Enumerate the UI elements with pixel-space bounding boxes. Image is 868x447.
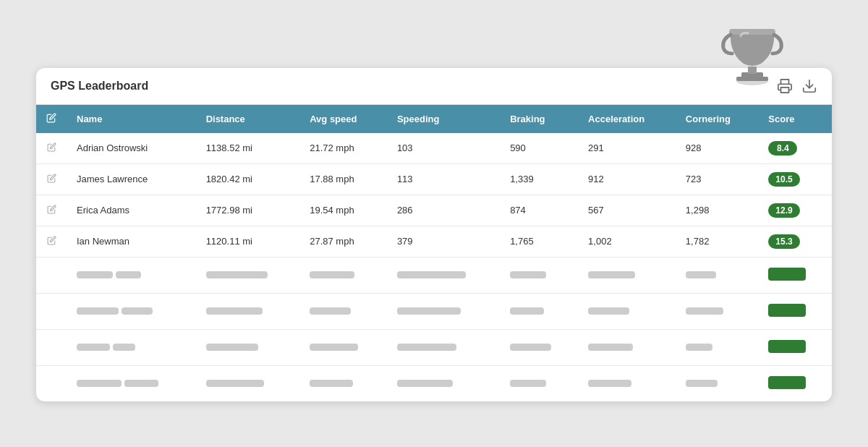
table-row: Ian Newman 1120.11 mi 27.87 mph 379 1,76…: [36, 226, 832, 257]
row-cornering: 1,782: [676, 226, 758, 257]
skeleton-name-cell: [67, 329, 196, 365]
col-speeding: Speeding: [387, 105, 500, 133]
row-avg-speed: 17.88 mph: [299, 163, 387, 195]
skeleton-speeding-cell: [387, 293, 500, 329]
skeleton-name-cell: [67, 257, 196, 293]
leaderboard-table: Name Distance Avg speed Speeding Braking…: [36, 105, 832, 401]
skeleton-avg-speed-cell: [299, 257, 387, 293]
row-score: 12.9: [758, 195, 832, 226]
skeleton-name-cell: [67, 365, 196, 401]
row-distance: 1820.42 mi: [196, 163, 300, 195]
page-wrapper: GPS Leaderboard: [36, 68, 832, 401]
row-acceleration: 567: [578, 195, 676, 226]
table-body: Adrian Ostrowski 1138.52 mi 21.72 mph 10…: [36, 133, 832, 401]
row-avg-speed: 21.72 mph: [299, 133, 387, 164]
skeleton-cornering-cell: [676, 293, 758, 329]
skeleton-score-cell: [758, 257, 832, 293]
skeleton-avg-speed-cell: [299, 365, 387, 401]
row-distance: 1138.52 mi: [196, 133, 300, 164]
table-row: James Lawrence 1820.42 mi 17.88 mph 113 …: [36, 163, 832, 195]
col-distance: Distance: [196, 105, 300, 133]
card-header: GPS Leaderboard: [36, 68, 832, 105]
table-header-row: Name Distance Avg speed Speeding Braking…: [36, 105, 832, 133]
skeleton-acceleration-cell: [578, 329, 676, 365]
col-braking: Braking: [500, 105, 578, 133]
skeleton-speeding-cell: [387, 365, 500, 401]
col-avg-speed: Avg speed: [299, 105, 387, 133]
row-edit[interactable]: [36, 133, 67, 164]
table-row: Adrian Ostrowski 1138.52 mi 21.72 mph 10…: [36, 133, 832, 164]
row-name: James Lawrence: [67, 163, 196, 195]
skeleton-cornering-cell: [676, 329, 758, 365]
row-braking: 590: [500, 133, 578, 164]
row-cornering: 1,298: [676, 195, 758, 226]
skeleton-score-cell: [758, 365, 832, 401]
row-speeding: 286: [387, 195, 500, 226]
table-row: Erica Adams 1772.98 mi 19.54 mph 286 874…: [36, 195, 832, 226]
svg-rect-2: [736, 77, 768, 81]
skeleton-distance-cell: [196, 365, 300, 401]
row-score: 15.3: [758, 226, 832, 257]
skeleton-cornering-cell: [676, 365, 758, 401]
svg-rect-4: [729, 29, 775, 35]
trophy-icon: [716, 17, 788, 90]
row-edit[interactable]: [36, 226, 67, 257]
col-cornering: Cornering: [676, 105, 758, 133]
skeleton-edit-cell: [36, 365, 67, 401]
skeleton-edit-cell: [36, 293, 67, 329]
row-acceleration: 291: [578, 133, 676, 164]
row-acceleration: 912: [578, 163, 676, 195]
skeleton-distance-cell: [196, 257, 300, 293]
skeleton-acceleration-cell: [578, 257, 676, 293]
skeleton-speeding-cell: [387, 329, 500, 365]
row-name: Adrian Ostrowski: [67, 133, 196, 164]
skeleton-cornering-cell: [676, 257, 758, 293]
row-avg-speed: 19.54 mph: [299, 195, 387, 226]
row-distance: 1120.11 mi: [196, 226, 300, 257]
skeleton-distance-cell: [196, 329, 300, 365]
row-edit[interactable]: [36, 195, 67, 226]
leaderboard-card: GPS Leaderboard: [36, 68, 832, 401]
row-speeding: 113: [387, 163, 500, 195]
row-edit[interactable]: [36, 163, 67, 195]
row-cornering: 928: [676, 133, 758, 164]
skeleton-avg-speed-cell: [299, 329, 387, 365]
skeleton-edit-cell: [36, 257, 67, 293]
skeleton-speeding-cell: [387, 257, 500, 293]
row-name: Ian Newman: [67, 226, 196, 257]
skeleton-acceleration-cell: [578, 365, 676, 401]
row-speeding: 379: [387, 226, 500, 257]
row-score: 8.4: [758, 133, 832, 164]
skeleton-edit-cell: [36, 329, 67, 365]
col-name: Name: [67, 105, 196, 133]
col-edit: [36, 105, 67, 133]
download-icon[interactable]: [801, 78, 817, 94]
row-cornering: 723: [676, 163, 758, 195]
skeleton-braking-cell: [500, 257, 578, 293]
skeleton-acceleration-cell: [578, 293, 676, 329]
svg-rect-3: [748, 67, 757, 74]
skeleton-braking-cell: [500, 329, 578, 365]
skeleton-row: [36, 257, 832, 293]
skeleton-row: [36, 329, 832, 365]
col-score: Score: [758, 105, 832, 133]
card-title: GPS Leaderboard: [51, 80, 148, 93]
skeleton-avg-speed-cell: [299, 293, 387, 329]
row-name: Erica Adams: [67, 195, 196, 226]
skeleton-braking-cell: [500, 365, 578, 401]
skeleton-row: [36, 365, 832, 401]
row-braking: 1,765: [500, 226, 578, 257]
row-avg-speed: 27.87 mph: [299, 226, 387, 257]
skeleton-name-cell: [67, 293, 196, 329]
col-acceleration: Acceleration: [578, 105, 676, 133]
row-acceleration: 1,002: [578, 226, 676, 257]
row-distance: 1772.98 mi: [196, 195, 300, 226]
row-braking: 874: [500, 195, 578, 226]
skeleton-distance-cell: [196, 293, 300, 329]
skeleton-score-cell: [758, 293, 832, 329]
row-speeding: 103: [387, 133, 500, 164]
skeleton-braking-cell: [500, 293, 578, 329]
row-score: 10.5: [758, 163, 832, 195]
skeleton-score-cell: [758, 329, 832, 365]
row-braking: 1,339: [500, 163, 578, 195]
